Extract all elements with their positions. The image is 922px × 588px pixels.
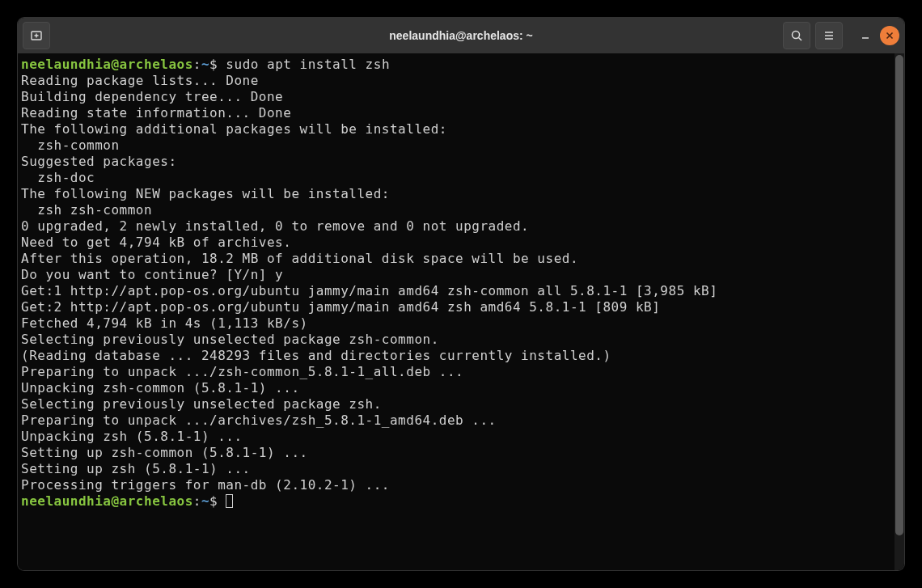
prompt-user-host: neelaundhia@archelaos [21,57,193,72]
output-line: Do you want to continue? [Y/n] y [21,267,283,282]
terminal-body[interactable]: neelaundhia@archelaos:~$ sudo apt instal… [18,53,904,570]
search-icon [790,29,803,42]
output-line: zsh-doc [21,170,95,185]
prompt-colon: : [193,57,201,72]
search-button[interactable] [783,22,810,49]
terminal-content: neelaundhia@archelaos:~$ sudo apt instal… [21,57,901,510]
scrollbar-thumb[interactable] [895,55,903,535]
prompt-path: ~ [201,493,209,509]
output-line: Preparing to unpack .../archives/zsh_5.8… [21,412,497,428]
output-line: Preparing to unpack .../zsh-common_5.8.1… [21,364,463,379]
close-icon [886,32,894,40]
output-line: Processing triggers for man-db (2.10.2-1… [21,477,390,493]
output-line: The following NEW packages will be insta… [21,186,390,201]
close-button[interactable] [880,26,899,45]
output-line: Reading package lists... Done [21,73,259,88]
output-line: Fetched 4,794 kB in 4s (1,113 kB/s) [21,315,308,331]
prompt-dollar: $ [209,57,218,72]
titlebar-right [783,22,899,49]
output-line: Suggested packages: [21,154,177,169]
new-tab-button[interactable] [23,22,50,49]
output-line: Unpacking zsh (5.8.1-1) ... [21,429,243,444]
output-line: After this operation, 18.2 MB of additio… [21,251,578,266]
output-line: zsh zsh-common [21,202,152,218]
prompt-path: ~ [201,57,209,72]
new-tab-icon [30,29,43,42]
output-line: Selecting previously unselected package … [21,332,439,347]
output-line: Reading state information... Done [21,105,291,121]
prompt-user-host: neelaundhia@archelaos [21,493,193,509]
minimize-icon [861,31,870,40]
output-line: Unpacking zsh-common (5.8.1-1) ... [21,380,300,396]
menu-button[interactable] [815,22,843,49]
output-line: Setting up zsh (5.8.1-1) ... [21,461,251,476]
output-line: Building dependency tree... Done [21,89,283,104]
output-line: Setting up zsh-common (5.8.1-1) ... [21,445,308,460]
command-text: sudo apt install zsh [226,57,390,72]
prompt-dollar: $ [209,493,218,509]
output-line: 0 upgraded, 2 newly installed, 0 to remo… [21,218,529,234]
scrollbar-track[interactable] [895,53,904,570]
output-line: Need to get 4,794 kB of archives. [21,235,291,250]
output-line: Selecting previously unselected package … [21,396,382,412]
window-title: neelaundhia@archelaos: ~ [389,29,532,42]
titlebar: neelaundhia@archelaos: ~ [18,18,904,53]
output-line: (Reading database ... 248293 files and d… [21,348,611,363]
output-line: zsh-common [21,137,120,153]
cursor [226,494,233,508]
minimize-button[interactable] [856,26,875,45]
terminal-window: neelaundhia@archelaos: ~ [18,18,904,570]
svg-point-3 [793,32,800,39]
output-line: Get:1 http://apt.pop-os.org/ubuntu jammy… [21,283,717,298]
hamburger-icon [823,29,835,42]
svg-line-4 [799,38,802,41]
output-line: Get:2 http://apt.pop-os.org/ubuntu jammy… [21,299,660,315]
output-line: The following additional packages will b… [21,121,447,137]
prompt-colon: : [193,493,201,509]
